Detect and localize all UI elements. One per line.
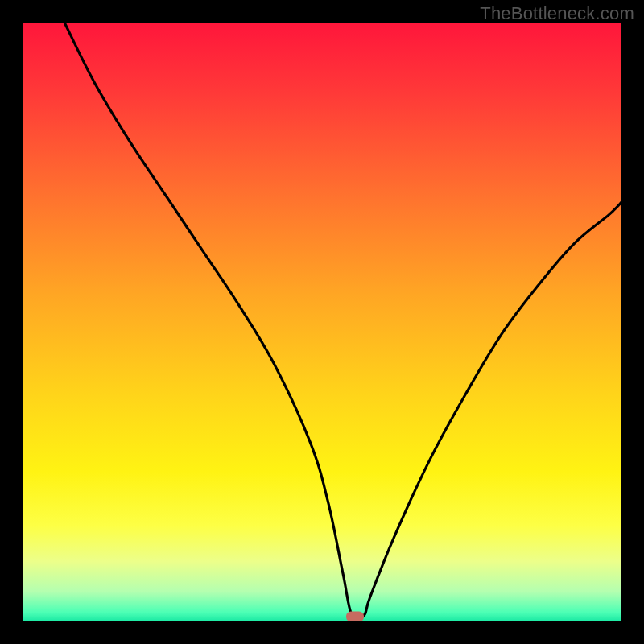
plot-area [23, 23, 621, 621]
bottleneck-curve [23, 23, 621, 621]
watermark-text: TheBottleneck.com [480, 3, 634, 24]
optimum-marker [346, 612, 364, 621]
chart-frame: TheBottleneck.com [0, 0, 644, 644]
